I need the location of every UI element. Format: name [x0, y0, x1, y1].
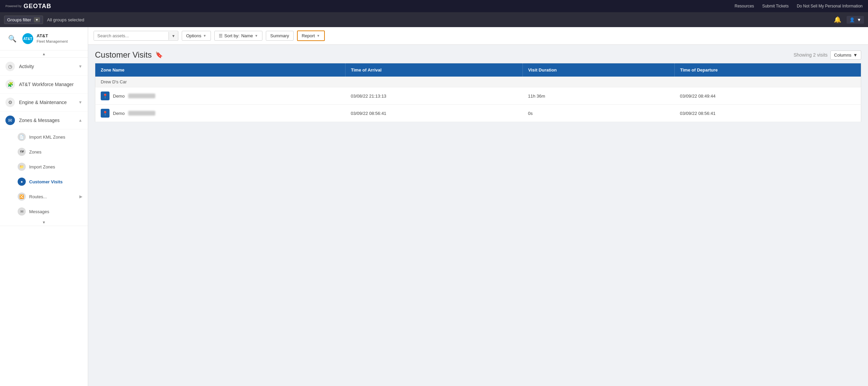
zone-name-blurred-1 [128, 94, 155, 98]
sidebar-item-routes[interactable]: 🔀 Routes... ▶ [0, 189, 88, 204]
summary-button[interactable]: Summary [266, 31, 294, 41]
engine-chevron-icon: ▼ [78, 100, 82, 105]
messages-label: Messages [29, 209, 49, 214]
sidebar-item-import-kml[interactable]: 📄 Import KML Zones [0, 129, 88, 144]
zone-prefix-1: Demo [113, 94, 125, 99]
routes-label: Routes... [29, 194, 47, 199]
zones-chevron-icon: ▲ [78, 118, 82, 123]
bookmark-icon[interactable]: 🔖 [155, 51, 163, 59]
sort-label: Sort by: [224, 33, 240, 38]
powered-by-text: Powered by [5, 4, 22, 8]
zones-icon: ✉ [5, 116, 15, 125]
sidebar-item-activity[interactable]: ◷ Activity ▼ [0, 58, 88, 76]
col-visit-duration: Visit Duration [522, 63, 674, 77]
sidebar-item-import-zones[interactable]: 📁 Import Zones [0, 159, 88, 174]
zone-name-blurred-2 [128, 111, 155, 116]
user-menu-button[interactable]: 👤 ▼ [847, 16, 864, 24]
toolbar: ▼ Options ▼ ☰ Sort by: Name ▼ Summary Re… [88, 27, 868, 45]
visit-duration-1: 11h 36m [522, 87, 674, 105]
main-layout: 🔍 AT&T AT&T Fleet Management ▲ ◷ Activit… [0, 27, 868, 386]
report-button[interactable]: Report ▼ [297, 31, 325, 41]
att-name: AT&T [37, 33, 68, 39]
customer-visits-table: Zone Name Time of Arrival Visit Duration… [95, 63, 861, 122]
table-container: Zone Name Time of Arrival Visit Duration… [88, 63, 868, 122]
all-groups-text: All groups selected [47, 17, 84, 22]
page-header: Customer Visits 🔖 Showing 2 visits Colum… [88, 45, 868, 63]
submit-tickets-link[interactable]: Submit Tickets [762, 4, 789, 8]
col-time-of-arrival: Time of Arrival [346, 63, 523, 77]
sort-value: Name [241, 33, 253, 38]
table-row[interactable]: 📍 Demo 03/09/22 08:56:41 0s 03/09/22 08:… [95, 105, 861, 122]
top-right-icons: 🔔 👤 ▼ [834, 16, 864, 24]
zone-cell-1: 📍 Demo [101, 92, 340, 100]
report-label: Report [302, 33, 315, 38]
search-assets-dropdown-arrow[interactable]: ▼ [169, 32, 178, 40]
sidebar-item-att-workforce[interactable]: 🧩 AT&T Workforce Manager [0, 76, 88, 94]
activity-label: Activity [19, 64, 34, 69]
geotab-brand: GEOTAB [24, 3, 52, 10]
customer-visits-label: Customer Visits [29, 179, 63, 184]
zones-sub-icon: 🗺 [18, 148, 26, 156]
do-not-sell-link[interactable]: Do Not Sell My Personal Information [797, 4, 863, 8]
columns-label: Columns [834, 53, 851, 58]
arrival-time-1: 03/08/22 21:13:13 [346, 87, 523, 105]
zone-pin-icon-2: 📍 [101, 109, 110, 118]
import-zones-icon: 📁 [18, 163, 26, 171]
zones-label: Zones & Messages [19, 118, 60, 123]
sort-arrow-icon: ▼ [255, 34, 258, 38]
group-row-label: Drew D's Car [95, 77, 861, 87]
departure-time-2: 03/09/22 08:56:41 [674, 105, 861, 122]
att-label: AT&T Fleet Management [37, 33, 68, 44]
scroll-up-button[interactable]: ▲ [0, 50, 88, 58]
scroll-down-button[interactable]: ▼ [0, 219, 88, 226]
showing-count-text: Showing 2 visits [793, 52, 827, 58]
messages-icon: ✉ [18, 207, 26, 216]
groups-filter-arrow-icon: ▼ [34, 17, 40, 22]
sidebar-item-engine-maintenance[interactable]: ⚙ Engine & Maintenance ▼ [0, 94, 88, 111]
activity-chevron-icon: ▼ [78, 64, 82, 69]
zone-name-cell-1: 📍 Demo [95, 87, 346, 105]
user-dropdown-arrow-icon: ▼ [857, 17, 861, 22]
sidebar-item-messages[interactable]: ✉ Messages [0, 204, 88, 219]
activity-icon: ◷ [5, 62, 15, 71]
content-area: ▼ Options ▼ ☰ Sort by: Name ▼ Summary Re… [88, 27, 868, 386]
engine-icon: ⚙ [5, 98, 15, 107]
brand-logo: Powered by GEOTAB [5, 3, 51, 10]
att-subtitle: Fleet Management [37, 39, 68, 44]
departure-time-1: 03/09/22 08:49:44 [674, 87, 861, 105]
user-icon: 👤 [849, 17, 855, 22]
sidebar-item-customer-visits[interactable]: ● Customer Visits [0, 174, 88, 189]
summary-label: Summary [270, 33, 289, 38]
sidebar-item-zones-messages[interactable]: ✉ Zones & Messages ▲ [0, 111, 88, 129]
col-time-of-departure: Time of Departure [674, 63, 861, 77]
table-row[interactable]: 📍 Demo 03/08/22 21:13:13 11h 36m 03/09/2… [95, 87, 861, 105]
routes-icon: 🔀 [18, 192, 26, 201]
page-title-row: Customer Visits 🔖 [95, 50, 163, 60]
zone-prefix-2: Demo [113, 111, 125, 116]
import-zones-label: Import Zones [29, 164, 55, 169]
options-label: Options [186, 33, 201, 38]
sort-icon: ☰ [219, 33, 223, 38]
workforce-icon: 🧩 [5, 80, 15, 89]
top-navbar: Powered by GEOTAB Resources Submit Ticke… [0, 0, 868, 12]
showing-info: Showing 2 visits Columns ▼ [793, 50, 861, 60]
columns-button[interactable]: Columns ▼ [830, 50, 861, 60]
import-kml-icon: 📄 [18, 133, 26, 141]
options-arrow-icon: ▼ [203, 34, 206, 38]
search-icon[interactable]: 🔍 [5, 32, 19, 45]
columns-arrow-icon: ▼ [853, 53, 857, 58]
zone-pin-icon-1: 📍 [101, 92, 110, 100]
col-zone-name: Zone Name [95, 63, 346, 77]
resources-link[interactable]: Resources [735, 4, 754, 8]
top-nav-links: Resources Submit Tickets Do Not Sell My … [735, 4, 863, 8]
engine-label: Engine & Maintenance [19, 100, 67, 105]
import-kml-label: Import KML Zones [29, 135, 65, 140]
groups-filter-label: Groups filter [7, 17, 31, 22]
options-button[interactable]: Options ▼ [182, 31, 211, 41]
att-logo: AT&T [22, 33, 33, 44]
search-assets-input[interactable] [94, 31, 169, 40]
groups-filter-button[interactable]: Groups filter ▼ [4, 16, 43, 24]
sidebar-item-zones[interactable]: 🗺 Zones [0, 144, 88, 159]
sort-button[interactable]: ☰ Sort by: Name ▼ [214, 31, 262, 41]
notification-bell-icon[interactable]: 🔔 [834, 16, 841, 23]
